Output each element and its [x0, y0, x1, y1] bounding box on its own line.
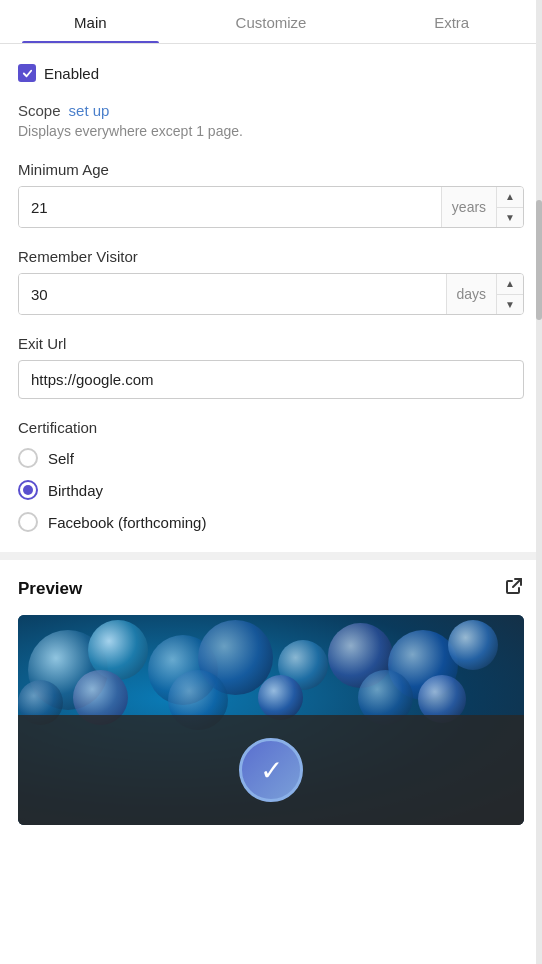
minimum-age-input-row: years ▲ ▼ — [18, 186, 524, 228]
tab-main[interactable]: Main — [0, 0, 181, 43]
scope-sub-text: Displays everywhere except 1 page. — [18, 123, 524, 139]
enabled-row: Enabled — [18, 64, 524, 82]
remember-visitor-decrement[interactable]: ▼ — [497, 295, 523, 315]
remember-visitor-label: Remember Visitor — [18, 248, 524, 265]
remember-visitor-increment[interactable]: ▲ — [497, 274, 523, 295]
scope-row: Scope set up — [18, 102, 524, 119]
enabled-label: Enabled — [44, 65, 99, 82]
scope-label: Scope — [18, 102, 61, 119]
minimum-age-increment[interactable]: ▲ — [497, 187, 523, 208]
certification-birthday-label: Birthday — [48, 482, 103, 499]
remember-visitor-spinner: ▲ ▼ — [496, 274, 523, 314]
exit-url-label: Exit Url — [18, 335, 524, 352]
certification-self-row[interactable]: Self — [18, 448, 524, 468]
preview-open-icon[interactable] — [504, 576, 524, 601]
preview-shield-icon: ✓ — [239, 738, 303, 802]
certification-birthday-row[interactable]: Birthday — [18, 480, 524, 500]
enabled-checkbox[interactable] — [18, 64, 36, 82]
certification-facebook-label: Facebook (forthcoming) — [48, 514, 206, 531]
certification-facebook-radio[interactable] — [18, 512, 38, 532]
certification-self-radio[interactable] — [18, 448, 38, 468]
exit-url-input[interactable] — [18, 360, 524, 399]
scrollbar[interactable] — [536, 0, 542, 964]
section-divider — [0, 552, 542, 560]
minimum-age-unit: years — [441, 187, 496, 227]
remember-visitor-unit: days — [446, 274, 497, 314]
certification-label: Certification — [18, 419, 524, 436]
main-panel: Enabled Scope set up Displays everywhere… — [0, 44, 542, 532]
preview-image: ✓ — [18, 615, 524, 825]
shield-check-mark: ✓ — [260, 754, 283, 787]
certification-birthday-radio-dot — [23, 485, 33, 495]
certification-facebook-row[interactable]: Facebook (forthcoming) — [18, 512, 524, 532]
remember-visitor-input-row: days ▲ ▼ — [18, 273, 524, 315]
preview-header: Preview — [18, 576, 524, 601]
tab-customize[interactable]: Customize — [181, 0, 362, 43]
tab-extra[interactable]: Extra — [361, 0, 542, 43]
tabs-bar: Main Customize Extra — [0, 0, 542, 44]
minimum-age-spinner: ▲ ▼ — [496, 187, 523, 227]
remember-visitor-input[interactable] — [19, 274, 446, 314]
certification-self-label: Self — [48, 450, 74, 467]
preview-overlay: ✓ — [18, 715, 524, 825]
preview-title: Preview — [18, 579, 82, 599]
minimum-age-label: Minimum Age — [18, 161, 524, 178]
scope-setup-link[interactable]: set up — [69, 102, 110, 119]
certification-birthday-radio[interactable] — [18, 480, 38, 500]
minimum-age-decrement[interactable]: ▼ — [497, 208, 523, 228]
scrollbar-thumb[interactable] — [536, 200, 542, 320]
preview-section: Preview — [0, 560, 542, 825]
minimum-age-input[interactable] — [19, 187, 441, 227]
